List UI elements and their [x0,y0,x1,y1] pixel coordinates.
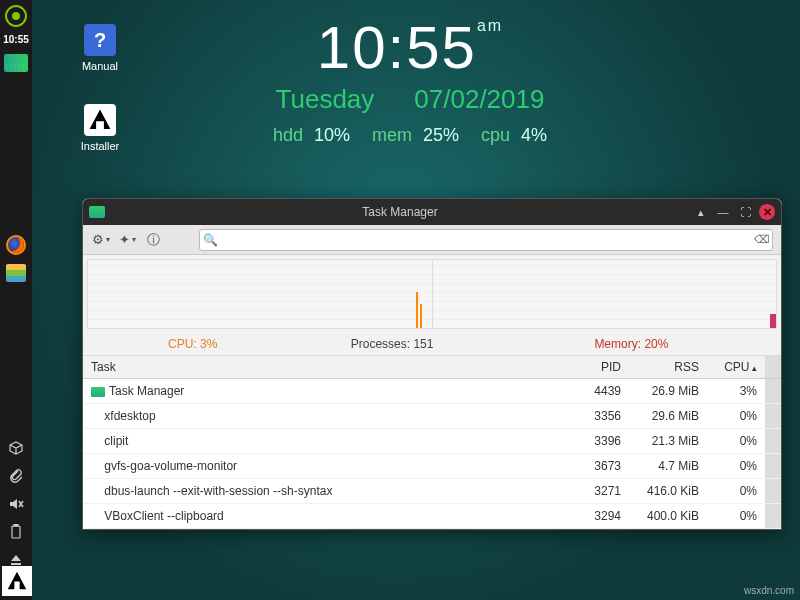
installer-icon [84,104,116,136]
widget-day: Tuesday [276,84,375,114]
col-pid[interactable]: PID [573,356,629,379]
table-row[interactable]: clipit339621.3 MiB0% [83,429,781,454]
distro-logo-icon [5,5,27,27]
firefox-icon [6,235,26,255]
search-icon: 🔍 [200,233,220,247]
cpu-stat: CPU: 3% [93,337,292,351]
filter-menu-button[interactable]: ✦ [117,230,137,250]
widget-ampm: am [477,17,503,34]
col-rss[interactable]: RSS [629,356,707,379]
desktop-widget: 10:55am Tuesday07/02/2019 hdd 10% mem 25… [210,18,610,146]
clip-icon[interactable] [4,464,28,488]
table-row[interactable]: gvfs-goa-volume-monitor36734.7 MiB0% [83,454,781,479]
panel-clock[interactable]: 10:55 [3,34,29,45]
window-minimize-button[interactable]: — [715,204,731,220]
svg-rect-1 [14,524,18,526]
search-input[interactable] [220,234,752,246]
distro-badge [2,566,32,596]
desktop-icon-installer[interactable]: Installer [70,104,130,152]
window-app-icon [89,206,105,218]
memory-stat: Memory: 20% [492,337,771,351]
process-count: Processes: 151 [292,337,491,351]
task-manager-window: Task Manager ▴ — ⛶ ✕ ⚙ ✦ ⓘ 🔍 ⌫ CPU: 3% P… [82,198,782,530]
search-field[interactable]: 🔍 ⌫ [199,229,773,251]
help-icon: ? [84,24,116,56]
desktop-icon-label: Installer [70,140,130,152]
battery-icon[interactable] [4,520,28,544]
widget-date: 07/02/2019 [414,84,544,114]
taskmanager-icon [4,54,28,72]
col-cpu[interactable]: CPU [707,356,765,379]
desktop-icon-manual[interactable]: ? Manual [70,24,130,72]
package-icon[interactable] [4,436,28,460]
table-row[interactable]: dbus-launch --exit-with-session --sh-syn… [83,479,781,504]
toolbar: ⚙ ✦ ⓘ 🔍 ⌫ [83,225,781,255]
desktop-icon-label: Manual [70,60,130,72]
window-close-button[interactable]: ✕ [759,204,775,220]
window-maximize-button[interactable]: ⛶ [737,204,753,220]
process-table: Task PID RSS CPU Task Manager443926.9 Mi… [83,356,781,529]
clear-search-button[interactable]: ⌫ [752,233,772,246]
side-panel: 10:55 [0,0,32,600]
info-button[interactable]: ⓘ [143,230,163,250]
volume-muted-icon[interactable] [4,492,28,516]
watermark: wsxdn.com [744,585,794,596]
table-row[interactable]: VBoxClient --clipboard3294400.0 KiB0% [83,504,781,529]
memory-graph [433,260,777,328]
notes-launcher[interactable] [4,261,28,285]
widget-stats: hdd 10% mem 25% cpu 4% [210,125,610,146]
start-menu-button[interactable] [4,4,28,28]
window-shade-button[interactable]: ▴ [693,204,709,220]
notes-icon [6,264,26,282]
col-task[interactable]: Task [83,356,573,379]
stats-line: CPU: 3% Processes: 151 Memory: 20% [83,333,781,356]
widget-time: 10:55 [317,14,477,81]
table-row[interactable]: xfdesktop335629.6 MiB0% [83,404,781,429]
window-title: Task Manager [113,205,687,219]
cpu-graph [88,260,433,328]
taskmanager-launcher[interactable] [4,51,28,75]
process-icon [91,387,105,397]
window-titlebar[interactable]: Task Manager ▴ — ⛶ ✕ [83,199,781,225]
settings-menu-button[interactable]: ⚙ [91,230,111,250]
table-row[interactable]: Task Manager443926.9 MiB3% [83,379,781,404]
resource-graphs [87,259,777,329]
svg-rect-0 [12,526,20,538]
firefox-launcher[interactable] [4,233,28,257]
scrollbar[interactable] [765,356,781,379]
